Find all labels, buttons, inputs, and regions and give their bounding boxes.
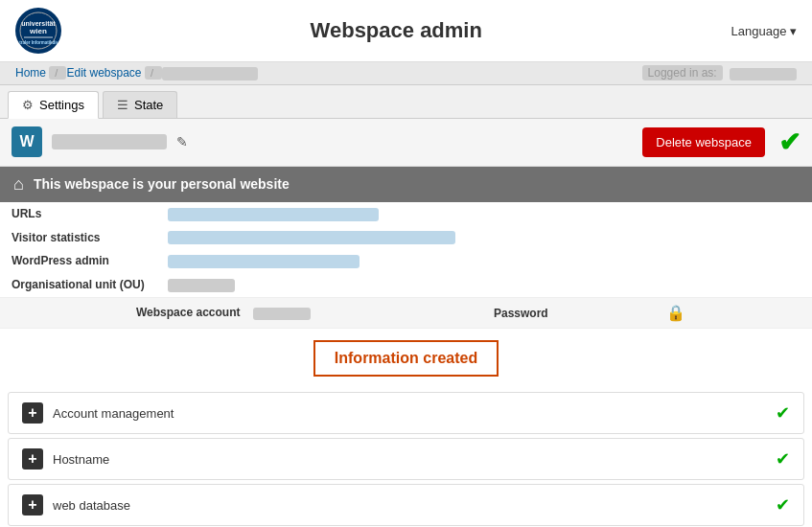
site-name-blurred <box>52 134 167 149</box>
urls-row: URLs <box>0 202 812 226</box>
section-web-database[interactable]: + web database ✔ <box>8 484 804 526</box>
section-left-account-management: + Account management <box>22 402 174 424</box>
expand-hostname-button[interactable]: + <box>22 448 43 470</box>
breadcrumb-sep1: / <box>49 66 66 80</box>
check-green-large-icon: ✔ <box>778 126 800 158</box>
expand-web-database-button[interactable]: + <box>22 494 43 516</box>
ws-account-col-header: Webspace account <box>136 306 494 319</box>
language-dropdown[interactable]: Language <box>731 24 797 38</box>
state-icon: ☰ <box>117 98 128 112</box>
tab-settings-label: Settings <box>39 98 84 112</box>
breadcrumb-site-name <box>162 67 258 80</box>
delete-webspace-button[interactable]: Delete webspace <box>642 127 765 157</box>
ws-account-value <box>253 308 311 320</box>
lock-col: 🔒 <box>666 304 762 322</box>
wp-admin-row: WordPress admin <box>0 249 812 273</box>
section-hostname-label: Hostname <box>53 452 109 467</box>
personal-website-text: This webspace is your personal website <box>34 176 290 192</box>
visitor-stats-value <box>168 231 455 244</box>
org-unit-label: Organisational unit (OU) <box>0 273 156 297</box>
wordpress-logo: W <box>12 126 42 157</box>
ws-account-label: Webspace account <box>136 306 240 319</box>
svg-text:universität: universität <box>21 20 56 27</box>
logged-in-user <box>730 68 797 80</box>
info-created-box: Information created <box>313 340 499 377</box>
wp-logo-area: W ✎ <box>12 126 188 157</box>
webspace-header: W ✎ Delete webspace ✔ <box>0 119 812 167</box>
info-table: URLs Visitor statistics WordPress admin … <box>0 202 812 297</box>
check-account-management-icon: ✔ <box>776 402 790 424</box>
urls-value <box>168 208 379 221</box>
org-unit-value <box>168 279 235 292</box>
tabs-bar: ⚙ Settings ☰ State <box>0 85 812 119</box>
org-unit-row: Organisational unit (OU) <box>0 273 812 297</box>
breadcrumb: Home / Edit webspace / <box>15 66 258 80</box>
expandable-sections: + Account management ✔ + Hostname ✔ + we… <box>0 392 812 527</box>
svg-text:wien: wien <box>29 27 47 35</box>
check-hostname-icon: ✔ <box>776 448 790 470</box>
tab-state[interactable]: ☰ State <box>103 91 177 118</box>
section-account-management[interactable]: + Account management ✔ <box>8 392 804 434</box>
breadcrumb-sep2: / <box>145 66 162 80</box>
tab-settings[interactable]: ⚙ Settings <box>8 91 99 119</box>
edit-icon[interactable]: ✎ <box>176 134 188 149</box>
expand-account-management-button[interactable]: + <box>22 402 43 424</box>
section-left-web-database: + web database <box>22 494 130 516</box>
personal-banner: ⌂ This webspace is your personal website <box>0 167 812 202</box>
info-created-text: Information created <box>335 350 477 366</box>
university-logo: universität wien Zentraler Informatikdie… <box>15 8 61 54</box>
lock-icon: 🔒 <box>666 305 685 321</box>
section-web-database-label: web database <box>53 498 130 513</box>
logged-in-label: Logged in as: <box>642 65 723 80</box>
settings-icon: ⚙ <box>22 98 34 112</box>
visitor-stats-label: Visitor statistics <box>0 226 156 250</box>
section-left-hostname: + Hostname <box>22 448 109 470</box>
svg-text:Zentraler Informatikdienst: Zentraler Informatikdienst <box>19 40 58 45</box>
webspace-account-row: Webspace account Password 🔒 <box>0 297 812 329</box>
breadcrumb-home[interactable]: Home <box>15 66 46 80</box>
header: universität wien Zentraler Informatikdie… <box>0 0 812 62</box>
check-web-database-icon: ✔ <box>776 494 790 516</box>
password-label: Password <box>494 307 548 320</box>
breadcrumb-bar: Home / Edit webspace / Logged in as: <box>0 62 812 85</box>
home-icon: ⌂ <box>13 174 24 195</box>
wp-admin-label: WordPress admin <box>0 249 156 273</box>
info-created-wrapper: Information created <box>0 329 812 388</box>
tab-state-label: State <box>134 98 163 112</box>
page-title: Webspace admin <box>61 18 731 43</box>
password-col: Password <box>494 307 666 320</box>
breadcrumb-edit-webspace[interactable]: Edit webspace <box>66 66 141 80</box>
logo-area: universität wien Zentraler Informatikdie… <box>15 8 61 54</box>
section-hostname[interactable]: + Hostname ✔ <box>8 438 804 480</box>
logged-in-area: Logged in as: <box>642 66 797 80</box>
section-account-management-label: Account management <box>53 406 174 421</box>
urls-label: URLs <box>0 202 156 226</box>
wp-admin-value <box>168 255 360 268</box>
visitor-stats-row: Visitor statistics <box>0 226 812 250</box>
